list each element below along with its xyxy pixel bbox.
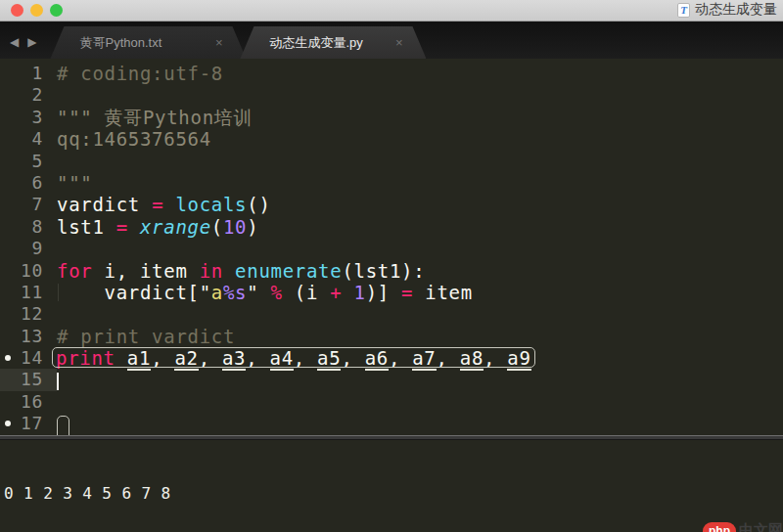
line-number: 16 bbox=[0, 391, 57, 413]
traffic-lights bbox=[11, 4, 63, 17]
code-line-2[interactable]: 2 bbox=[0, 84, 783, 106]
code-text[interactable]: for i, item in enumerate(lst1): bbox=[57, 260, 783, 282]
line-number: 11 bbox=[0, 282, 57, 303]
code-line-11[interactable]: 11 vardict["a%s" % (i + 1)] = item bbox=[0, 282, 783, 303]
code-text[interactable]: qq:1465376564 bbox=[57, 128, 783, 150]
watermark-text: 中文网 bbox=[739, 521, 783, 532]
code-text[interactable] bbox=[57, 238, 783, 259]
code-text[interactable]: """ 黄哥Python培训 bbox=[57, 107, 783, 128]
code-editor[interactable]: 1# coding:utf-823""" 黄哥Python培训4qq:14653… bbox=[0, 59, 783, 435]
line-number: 13 bbox=[0, 326, 57, 347]
zoom-window-button[interactable] bbox=[50, 4, 63, 17]
php-logo-badge: php bbox=[703, 522, 736, 532]
code-line-12[interactable]: 12 bbox=[0, 303, 783, 325]
document-proxy-icon: T bbox=[677, 3, 690, 18]
code-text[interactable]: """ bbox=[57, 172, 783, 194]
code-line-8[interactable]: 8lst1 = xrange(10) bbox=[0, 216, 783, 238]
code-text[interactable]: # print vardict bbox=[57, 326, 783, 347]
code-line-17[interactable]: 17 bbox=[0, 413, 783, 434]
code-text[interactable] bbox=[57, 303, 783, 325]
sublime-text-window: T 动态生成变量 ◀ ▶ 黄哥Python.txt×动态生成变量.py× 1# … bbox=[0, 0, 783, 532]
code-line-6[interactable]: 6""" bbox=[0, 172, 783, 194]
code-text[interactable]: print a1, a2, a3, a4, a5, a6, a7, a8, a9 bbox=[57, 347, 783, 369]
line-number: 2 bbox=[0, 84, 57, 106]
code-text[interactable] bbox=[57, 151, 783, 172]
next-tab-icon[interactable]: ▶ bbox=[27, 35, 36, 49]
tab-1[interactable]: 黄哥Python.txt× bbox=[50, 26, 246, 59]
line-number: 14 bbox=[0, 347, 57, 369]
close-window-button[interactable] bbox=[11, 4, 23, 17]
line-number: 15 bbox=[0, 369, 57, 390]
line-number: 1 bbox=[0, 63, 57, 84]
line-number: 7 bbox=[0, 194, 57, 215]
code-line-14[interactable]: 14print a1, a2, a3, a4, a5, a6, a7, a8, … bbox=[0, 347, 783, 369]
tab-bar: ◀ ▶ 黄哥Python.txt×动态生成变量.py× bbox=[0, 22, 783, 59]
code-text[interactable]: vardict = locals() bbox=[57, 194, 783, 215]
gutter-marker-dot bbox=[5, 355, 11, 361]
code-line-5[interactable]: 5 bbox=[0, 151, 783, 172]
code-text[interactable]: lst1 = xrange(10) bbox=[57, 216, 783, 238]
code-line-10[interactable]: 10for i, item in enumerate(lst1): bbox=[0, 260, 783, 282]
code-line-16[interactable]: 16 bbox=[0, 391, 783, 413]
line-number: 3 bbox=[0, 107, 57, 128]
tab-label: 黄哥Python.txt bbox=[79, 34, 207, 52]
code-text[interactable] bbox=[57, 369, 783, 390]
line-number: 4 bbox=[0, 128, 57, 150]
code-line-15[interactable]: 15 bbox=[0, 369, 783, 390]
titlebar-document: T 动态生成变量 bbox=[677, 0, 783, 20]
output-line: 0 1 2 3 4 5 6 7 8 bbox=[4, 483, 783, 504]
gutter-marker-dot bbox=[5, 421, 11, 426]
code-line-13[interactable]: 13# print vardict bbox=[0, 326, 783, 347]
minimize-window-button[interactable] bbox=[30, 4, 43, 17]
tab-nav-arrows: ◀ ▶ bbox=[10, 35, 36, 49]
line-number: 5 bbox=[0, 151, 57, 172]
tab-strip: 黄哥Python.txt×动态生成变量.py× bbox=[50, 26, 420, 59]
line-number: 9 bbox=[0, 238, 57, 259]
code-line-1[interactable]: 1# coding:utf-8 bbox=[0, 63, 783, 84]
line-number: 17 bbox=[0, 413, 57, 434]
code-text[interactable]: # coding:utf-8 bbox=[57, 63, 783, 84]
window-title: 动态生成变量 bbox=[695, 1, 777, 19]
tab-close-icon[interactable]: × bbox=[395, 35, 403, 50]
line-number: 6 bbox=[0, 172, 57, 194]
tab-2[interactable]: 动态生成变量.py× bbox=[240, 26, 426, 59]
tab-label: 动态生成变量.py bbox=[269, 34, 387, 52]
find-highlight-empty-box bbox=[57, 416, 69, 435]
build-output-panel: 0 1 2 3 4 5 6 7 8 [Finished in 0.1s] bbox=[0, 440, 783, 530]
line-number: 12 bbox=[0, 303, 57, 325]
tab-close-icon[interactable]: × bbox=[215, 35, 223, 50]
prev-tab-icon[interactable]: ◀ bbox=[10, 35, 19, 49]
line-number: 10 bbox=[0, 260, 57, 282]
code-text[interactable]: vardict["a%s" % (i + 1)] = item bbox=[57, 282, 783, 303]
indent-guide bbox=[58, 284, 59, 301]
text-cursor bbox=[57, 373, 59, 390]
code-text[interactable] bbox=[57, 391, 783, 413]
titlebar: T 动态生成变量 bbox=[0, 0, 783, 22]
code-text[interactable] bbox=[57, 84, 783, 106]
line-number: 8 bbox=[0, 216, 57, 238]
php-cn-watermark: php 中文网 bbox=[703, 521, 783, 532]
code-line-3[interactable]: 3""" 黄哥Python培训 bbox=[0, 107, 783, 128]
code-line-4[interactable]: 4qq:1465376564 bbox=[0, 128, 783, 150]
find-highlight-box: print a1, a2, a3, a4, a5, a6, a7, a8, a9 bbox=[52, 347, 535, 369]
code-text[interactable] bbox=[57, 413, 783, 434]
code-line-7[interactable]: 7vardict = locals() bbox=[0, 194, 783, 215]
code-line-9[interactable]: 9 bbox=[0, 238, 783, 259]
